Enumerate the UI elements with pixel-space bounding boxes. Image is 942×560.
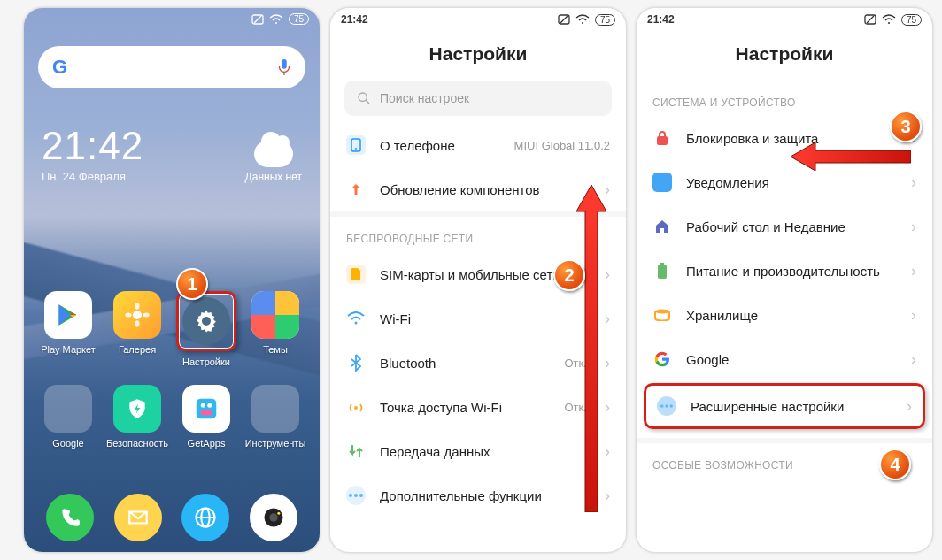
sim-icon (350, 267, 362, 281)
google-search-bar[interactable]: G (38, 46, 305, 88)
search-icon (357, 91, 371, 105)
app-settings[interactable]: Настройки (174, 291, 238, 367)
dock-phone[interactable] (46, 494, 94, 541)
row-label: Обновление компонентов (380, 182, 591, 197)
status-time: 21:42 (341, 13, 368, 26)
camera-icon (261, 505, 286, 530)
mic-icon[interactable] (277, 58, 291, 76)
weather-widget[interactable]: Данных нет (245, 141, 302, 183)
no-sim-icon (558, 14, 570, 25)
row-label: Wi-Fi (380, 311, 576, 326)
clock-widget[interactable]: 21:42 Пн, 24 Февраля Данных нет (42, 124, 302, 183)
svg-line-1 (254, 16, 261, 23)
row-battery-perf[interactable]: Питание и производительность › (637, 249, 932, 293)
svg-point-27 (355, 322, 358, 325)
app-label: Play Маркет (41, 344, 96, 355)
svg-line-24 (366, 100, 369, 104)
page-title: Настройки (637, 43, 932, 65)
status-time: 21:42 (647, 13, 675, 26)
settings-screen-2: 21:42 75 Настройки СИСТЕМА И УСТРОЙСТВО … (636, 7, 933, 553)
dock-browser[interactable] (181, 494, 229, 541)
svg-point-7 (135, 320, 140, 327)
hotspot-icon (347, 399, 365, 415)
row-label: Питание и производительность (686, 264, 897, 279)
battery-indicator: 75 (595, 14, 615, 26)
svg-point-34 (888, 22, 890, 24)
folder-google[interactable]: Google (36, 385, 100, 449)
settings-screen-1: 21:42 75 Настройки Поиск настроек О теле… (329, 7, 627, 553)
row-label: Google (686, 352, 897, 367)
svg-line-33 (867, 16, 874, 23)
svg-point-28 (354, 406, 358, 410)
svg-point-13 (207, 403, 212, 408)
app-label: Галерея (119, 344, 156, 355)
annotation-badge-2: 2 (553, 259, 585, 291)
row-label: Точка доступа Wi-Fi (380, 400, 551, 415)
row-about-phone[interactable]: О телефоне MIUI Global 11.0.2 (330, 123, 626, 167)
chevron-right-icon: › (907, 397, 912, 416)
annotation-badge-1: 1 (176, 268, 208, 300)
row-value: MIUI Global 11.0.2 (514, 139, 610, 152)
dock-messages[interactable] (114, 494, 162, 541)
app-grid: Play Маркет Галерея Настройки (24, 291, 320, 449)
app-label: GetApps (188, 438, 226, 449)
battery-indicator: 75 (289, 13, 309, 25)
svg-point-5 (133, 311, 142, 319)
svg-point-41 (670, 404, 674, 408)
phone-info-icon (350, 138, 362, 152)
wifi-icon (882, 14, 896, 25)
svg-rect-36 (658, 265, 667, 279)
svg-rect-11 (201, 410, 212, 415)
row-home-recent[interactable]: Рабочий стол и Недавние › (637, 204, 932, 249)
annotation-arrow-up (576, 185, 606, 512)
row-label: Расширенные настройки (691, 399, 892, 414)
row-label: Дополнительные функции (380, 488, 591, 503)
svg-point-29 (349, 494, 352, 497)
search-placeholder: Поиск настроек (380, 91, 469, 105)
app-label: Безопасность (106, 438, 168, 449)
app-security[interactable]: Безопасность (105, 385, 169, 449)
svg-point-19 (277, 512, 280, 515)
settings-search[interactable]: Поиск настроек (344, 81, 612, 116)
sunflower-icon (124, 302, 151, 328)
section-system: СИСТЕМА И УСТРОЙСТВО (637, 81, 932, 116)
cloud-icon (254, 141, 293, 167)
dock-camera[interactable] (250, 494, 297, 541)
dots-icon (660, 404, 673, 408)
globe-icon (193, 505, 218, 530)
wifi-icon (347, 311, 365, 326)
google-logo: G (52, 56, 67, 79)
shield-bolt-icon (126, 397, 149, 420)
update-arrow-icon (348, 181, 364, 197)
app-themes[interactable]: Темы (243, 291, 307, 367)
app-label: Инструменты (245, 438, 306, 449)
row-advanced-settings[interactable]: Расширенные настройки › (646, 386, 923, 426)
envelope-icon (127, 506, 150, 529)
battery-indicator: 75 (901, 14, 922, 26)
no-sim-icon (251, 14, 264, 25)
annotation-badge-3: 3 (890, 111, 922, 142)
data-transfer-icon (348, 443, 364, 459)
app-getapps[interactable]: GetApps (174, 385, 238, 449)
folder-tools[interactable]: Инструменты (243, 385, 307, 449)
row-label: Уведомления (686, 175, 897, 190)
app-gallery[interactable]: Галерея (105, 291, 169, 367)
clock-time: 21:42 (42, 124, 143, 168)
wifi-icon (269, 14, 283, 25)
svg-point-6 (135, 303, 140, 310)
row-label: Рабочий стол и Недавние (686, 219, 897, 234)
storage-icon (653, 309, 671, 321)
app-label: Настройки (182, 357, 230, 367)
chevron-right-icon: › (911, 262, 916, 280)
home-screen: 75 G 21:42 Пн, 24 Февраля Данных нет Pla… (23, 7, 320, 553)
row-google[interactable]: Google › (637, 337, 932, 381)
svg-point-40 (665, 404, 668, 408)
row-storage[interactable]: Хранилище › (637, 293, 932, 337)
page-title: Настройки (330, 43, 626, 65)
app-play-market[interactable]: Play Маркет (36, 291, 100, 367)
row-label: О телефоне (380, 138, 500, 153)
themes-icon (251, 291, 299, 339)
svg-point-26 (355, 148, 357, 150)
svg-point-12 (201, 403, 205, 408)
svg-point-8 (125, 313, 132, 318)
